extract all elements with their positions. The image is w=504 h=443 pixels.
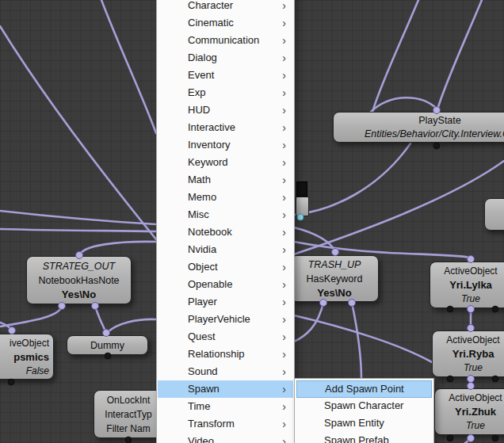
menu-item-label: Player <box>188 296 217 307</box>
menu-item-label: Sound <box>188 365 218 377</box>
chevron-right-icon: › <box>282 293 286 311</box>
menu-item-video[interactable]: Video› <box>158 433 293 443</box>
node-activeobject-zhuk[interactable]: ActiveObject Yri.Zhuk True <box>434 388 504 435</box>
chevron-right-icon: › <box>282 119 286 136</box>
node-dummy[interactable]: Dummy <box>67 335 148 355</box>
chevron-right-icon: › <box>282 0 286 14</box>
menu-item-label: Inventory <box>188 139 230 151</box>
port-unconnected[interactable] <box>433 143 440 149</box>
menu-item-hud[interactable]: HUD› <box>158 101 293 119</box>
menu-item-transform[interactable]: Transform› <box>158 415 293 433</box>
menu-item-nvidia[interactable]: Nvidia› <box>158 241 293 258</box>
menu-item-misc[interactable]: Misc› <box>158 206 293 223</box>
node-activeobject-lylka[interactable]: ActiveObject Yri.Lylka True <box>430 262 504 308</box>
menu-item-label: Nvidia <box>188 243 216 255</box>
menu-item-math[interactable]: Math› <box>158 171 293 189</box>
node-activeobject-ryba[interactable]: ActiveObject Yri.Ryba True <box>432 330 504 377</box>
menu-item-cinematic[interactable]: Cinematic› <box>158 14 293 32</box>
menu-item-keyword[interactable]: Keyword› <box>158 154 293 171</box>
menu-item-relationship[interactable]: Relationship› <box>158 346 293 363</box>
chevron-right-icon: › <box>282 101 286 119</box>
node-line3: Filter Nam <box>94 422 162 436</box>
submenu-item-label: Add Spawn Point <box>325 383 404 395</box>
menu-item-label: PlayerVehicle <box>188 313 250 325</box>
menu-item-interactive[interactable]: Interactive› <box>158 119 293 136</box>
node-strateg-out[interactable]: STRATEG_OUT NotebookHasNote Yes\No <box>26 256 132 304</box>
menu-item-label: Communication <box>188 34 259 46</box>
submenu-item-spawn-prefab[interactable]: Spawn Prefab <box>296 433 432 443</box>
context-menu: Character› Cinematic› Communication› Dia… <box>156 0 295 443</box>
node-tag: TRASH_UP <box>291 258 378 272</box>
node-type: ActiveObject <box>430 264 504 278</box>
menu-item-spawn[interactable]: Spawn› <box>158 380 293 398</box>
node-output: Yes\No <box>27 288 131 302</box>
node-value: False <box>26 365 49 378</box>
node-value: True <box>430 292 504 306</box>
node-behind-menu-dark <box>296 181 307 197</box>
chevron-right-icon: › <box>282 136 286 154</box>
node-name: Yri.Lylka <box>430 278 504 292</box>
node-playstate[interactable]: PlayState Entities/Behavior/City.Intervi… <box>333 112 504 143</box>
port-unconnected[interactable] <box>492 435 498 441</box>
menu-item-label: Event <box>188 69 214 81</box>
menu-item-playervehicle[interactable]: PlayerVehicle› <box>158 311 293 328</box>
submenu-item-spawn-character[interactable]: Spawn Character <box>296 398 432 415</box>
chevron-right-icon: › <box>282 14 286 32</box>
menu-item-label: Openable <box>188 278 232 290</box>
menu-item-quest[interactable]: Quest› <box>158 328 293 346</box>
menu-item-exp[interactable]: Exp› <box>158 84 293 101</box>
node-function: NotebookHasNote <box>27 273 131 288</box>
node-name: Yri.Zhuk <box>435 405 504 419</box>
node-title: Dummy <box>67 338 147 353</box>
menu-item-label: Video <box>188 435 214 443</box>
menu-item-dialog[interactable]: Dialog› <box>158 49 293 67</box>
chevron-right-icon: › <box>282 346 286 363</box>
node-onlockinteract[interactable]: OnLockInt InteractTyp Filter Nam <box>94 390 163 438</box>
chevron-right-icon: › <box>282 258 286 276</box>
chevron-right-icon: › <box>282 241 286 258</box>
menu-item-label: Dialog <box>188 52 217 63</box>
menu-item-label: Object <box>188 261 218 273</box>
chevron-right-icon: › <box>282 276 286 293</box>
chevron-right-icon: › <box>282 223 286 241</box>
menu-item-label: Cinematic <box>188 17 234 29</box>
port[interactable] <box>468 435 475 442</box>
port-unconnected[interactable] <box>447 435 453 441</box>
menu-item-sound[interactable]: Sound› <box>158 363 293 380</box>
node-line1: OnLockInt <box>94 393 162 407</box>
menu-item-label: Exp <box>188 86 205 98</box>
menu-item-openable[interactable]: Openable› <box>158 276 293 293</box>
chevron-right-icon: › <box>282 380 286 398</box>
node-clipped-right[interactable] <box>484 198 504 231</box>
node-line2: InteractTyp <box>94 407 162 422</box>
node-behind-menu-gray[interactable] <box>296 197 309 216</box>
node-type: ActiveObject <box>435 391 504 405</box>
menu-item-player[interactable]: Player› <box>158 293 293 311</box>
submenu-item-add-spawn-point[interactable]: Add Spawn Point <box>296 380 432 398</box>
submenu-item-spawn-entity[interactable]: Spawn Entity <box>296 415 432 433</box>
submenu-item-label: Spawn Character <box>324 399 403 411</box>
node-function: HasKeyword <box>291 272 378 286</box>
menu-item-label: Time <box>188 400 210 412</box>
chevron-right-icon: › <box>282 398 286 415</box>
menu-item-object[interactable]: Object› <box>158 258 293 276</box>
menu-item-label: Relationship <box>188 348 245 360</box>
menu-item-label: Transform <box>188 418 235 430</box>
menu-item-label: Character <box>188 0 233 11</box>
node-trash-up[interactable]: TRASH_UP HasKeyword Yes\No <box>290 255 379 302</box>
port-unconnected[interactable] <box>8 379 14 385</box>
menu-item-time[interactable]: Time› <box>158 398 293 415</box>
menu-item-character[interactable]: Character› <box>158 0 293 14</box>
menu-item-event[interactable]: Event› <box>158 67 293 84</box>
chevron-right-icon: › <box>282 363 286 380</box>
menu-item-inventory[interactable]: Inventory› <box>158 136 293 154</box>
menu-item-memo[interactable]: Memo› <box>158 189 293 206</box>
menu-item-communication[interactable]: Communication› <box>158 32 293 49</box>
chevron-right-icon: › <box>282 32 286 49</box>
chevron-right-icon: › <box>282 433 286 443</box>
chevron-right-icon: › <box>282 415 286 433</box>
menu-item-notebook[interactable]: Notebook› <box>158 223 293 241</box>
menu-item-label: Spawn <box>188 383 220 395</box>
node-value: True <box>433 361 504 375</box>
node-activeobject-clipped[interactable]: iveObject psmics False <box>0 334 54 380</box>
